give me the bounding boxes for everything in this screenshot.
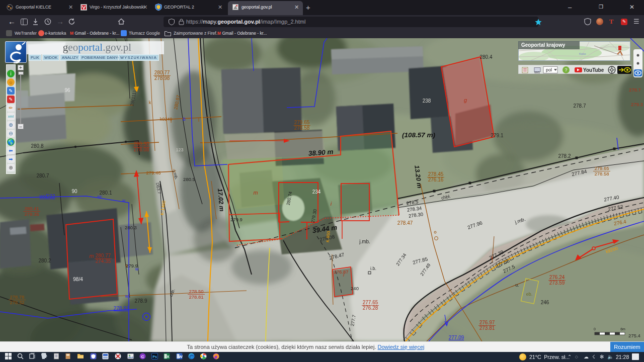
svg-text:279.65: 279.65 <box>594 165 609 171</box>
svg-text:278.7: 278.7 <box>629 87 641 93</box>
svg-text:278.58: 278.58 <box>294 125 310 131</box>
svg-text:W: W <box>179 354 183 359</box>
svg-text:90: 90 <box>71 189 77 194</box>
svg-text:278.7: 278.7 <box>573 103 586 109</box>
svg-text:WMS: WMS <box>534 71 540 74</box>
svg-text:YouTube: YouTube <box>583 67 604 73</box>
svg-text:u.: u. <box>515 283 519 288</box>
svg-text:276.16: 276.16 <box>428 177 444 183</box>
svg-text:i.b.: i.b. <box>370 266 376 271</box>
svg-text:278.50: 278.50 <box>189 289 203 294</box>
svg-text:278.32: 278.32 <box>10 300 24 305</box>
svg-text:274.35: 274.35 <box>96 258 111 264</box>
svg-text:?: ? <box>565 67 567 72</box>
svg-text:279.9: 279.9 <box>230 217 243 222</box>
svg-text:240: 240 <box>351 286 359 291</box>
svg-text:280.7: 280.7 <box>36 173 49 178</box>
svg-text:6m: 6m <box>620 327 625 331</box>
svg-text:eb.: eb. <box>526 292 533 297</box>
svg-text:276.28: 276.28 <box>363 305 378 311</box>
svg-text:96: 96 <box>64 87 70 93</box>
svg-text:0: 0 <box>594 327 596 331</box>
svg-text:279.65: 279.65 <box>294 120 310 125</box>
svg-text:275.4: 275.4 <box>628 333 640 338</box>
svg-text:278.93: 278.93 <box>114 306 129 311</box>
svg-text:279.46: 279.46 <box>146 170 160 175</box>
svg-text:Kielce: Kielce <box>579 52 586 55</box>
svg-text:280.77: 280.77 <box>154 70 170 75</box>
svg-text:277.09: 277.09 <box>449 335 464 340</box>
svg-text:277.65: 277.65 <box>363 300 378 305</box>
svg-text:273.59: 273.59 <box>549 280 565 286</box>
svg-text:g: g <box>464 97 467 103</box>
svg-text:m: m <box>253 190 258 196</box>
svg-text:w: w <box>125 294 129 299</box>
svg-text:278.08: 278.08 <box>134 147 149 152</box>
svg-text:k0240: k0240 <box>160 117 173 122</box>
svg-text:Ps: Ps <box>152 355 157 358</box>
svg-text:280.30: 280.30 <box>134 141 149 147</box>
svg-text:278.9: 278.9 <box>134 298 147 304</box>
svg-text:280.5: 280.5 <box>183 176 195 182</box>
svg-text:w: w <box>122 198 126 203</box>
svg-text:123: 123 <box>176 147 183 152</box>
svg-text:280.41: 280.41 <box>24 206 39 211</box>
svg-text:280.2: 280.2 <box>38 258 51 263</box>
svg-text:X: X <box>167 354 170 359</box>
svg-text:278.58: 278.58 <box>594 171 609 176</box>
svg-text:276.97: 276.97 <box>479 320 495 325</box>
svg-text:m: m <box>89 253 94 259</box>
svg-text:k: k <box>149 100 151 105</box>
svg-text:j.mb.: j.mb. <box>359 239 370 244</box>
svg-text:wp: wp <box>97 194 103 199</box>
svg-text:pol: pol <box>546 67 552 72</box>
svg-text:w: w <box>135 266 139 272</box>
svg-text:279.1: 279.1 <box>491 133 503 138</box>
svg-text:276.87: 276.87 <box>334 269 348 275</box>
svg-text:278.78: 278.78 <box>10 294 24 300</box>
svg-text:B: B <box>183 117 186 122</box>
svg-text:246: 246 <box>541 300 549 305</box>
svg-text:279.35: 279.35 <box>24 211 39 217</box>
svg-text:276.24: 276.24 <box>549 275 565 280</box>
svg-text:278.47: 278.47 <box>397 220 413 226</box>
svg-text:280.3: 280.3 <box>125 225 137 230</box>
svg-text:273.81: 273.81 <box>479 325 495 331</box>
svg-text:280.4: 280.4 <box>479 54 492 60</box>
svg-text:278.45: 278.45 <box>428 171 444 177</box>
svg-text:278.2: 278.2 <box>558 153 571 159</box>
svg-text:278.81: 278.81 <box>189 294 203 300</box>
svg-text:98/4: 98/4 <box>73 277 83 282</box>
svg-text:280.8: 280.8 <box>31 143 43 149</box>
svg-text:C: C <box>141 354 144 359</box>
svg-text:280.77: 280.77 <box>96 253 111 258</box>
svg-text:K-950: K-950 <box>325 231 331 243</box>
svg-text:woD32: woD32 <box>39 194 55 199</box>
svg-text:278.98: 278.98 <box>154 75 170 81</box>
svg-text:238: 238 <box>423 98 431 104</box>
svg-text:(108.57 m): (108.57 m) <box>402 131 436 139</box>
svg-text:279.3: 279.3 <box>631 102 643 107</box>
svg-text:234: 234 <box>312 189 321 195</box>
